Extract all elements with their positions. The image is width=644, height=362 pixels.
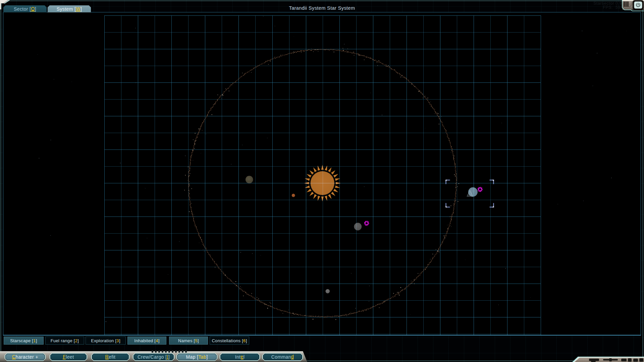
label-post: ]: [168, 354, 170, 360]
label-post: ]: [36, 338, 37, 343]
nav-button-intel[interactable]: Intel: [220, 353, 260, 361]
toggle-label: Fuel range [2]: [51, 338, 79, 343]
label-pre: Constellations [: [212, 338, 243, 343]
label-pre: Crew/Cargo [: [138, 354, 167, 360]
nav-button-refit[interactable]: Refit: [91, 353, 129, 361]
toggle-constellations[interactable]: Constellations [6]: [210, 337, 249, 345]
label-post: ]: [77, 338, 79, 343]
machinery-part: [628, 358, 632, 362]
shortcut-key: e: [241, 355, 244, 359]
nav-button-crew-cargo[interactable]: Crew/Cargo [I]: [133, 353, 174, 361]
tab-system[interactable]: System [W]: [48, 5, 91, 12]
toggle-fuel-range[interactable]: Fuel range [2]: [45, 337, 84, 345]
bottom-right-decoration: [572, 356, 644, 362]
bottom-nav-bar: Character +FleetRefitCrew/Cargo [I]Map […: [0, 350, 307, 362]
shortcut-key: Q: [31, 7, 35, 11]
app-version-fps: Starsector 0.9 FPS: 59.: [593, 1, 622, 9]
toggle-exploration[interactable]: Exploration [3]: [86, 337, 126, 345]
top-left-corner-decoration: [0, 0, 13, 11]
toggle-label: Inhabited [4]: [134, 338, 159, 343]
shortcut-key: W: [76, 7, 80, 11]
toggle-label: Exploration [3]: [91, 338, 120, 343]
planet-grey[interactable]: [354, 223, 362, 231]
label-post: ]: [198, 338, 199, 343]
system-map: [3, 12, 641, 335]
starfield: [37, 15, 627, 322]
map-title: Tarandii System Star System: [255, 5, 389, 11]
nav-teeth-decoration: [152, 350, 187, 353]
label-pre: Inhabited [: [134, 338, 156, 343]
nav-button-map[interactable]: Map [Tab]: [176, 353, 217, 361]
toggle-starscape[interactable]: Starscape [1]: [4, 337, 44, 345]
machinery-part: [633, 359, 638, 362]
planet-grey-small[interactable]: [326, 289, 330, 294]
toggle-label: Constellations [6]: [212, 338, 247, 343]
planet-rust[interactable]: [292, 194, 295, 197]
shortcut-key: Tab: [198, 354, 206, 360]
label-post: haracter +: [16, 354, 38, 360]
power-widget: [622, 0, 644, 11]
label-post: ]: [119, 338, 120, 343]
label-pre: Fuel range [: [51, 338, 75, 343]
toggle-inhabited[interactable]: Inhabited [4]: [127, 337, 166, 345]
label-post: ]: [206, 354, 208, 360]
nav-button-command[interactable]: Command: [262, 353, 303, 361]
label-post: ]: [158, 338, 160, 343]
system-map-viewport[interactable]: [3, 12, 641, 336]
machinery-part: [591, 360, 596, 362]
label-pre: Names [: [178, 338, 195, 343]
nav-button-fleet[interactable]: Fleet: [50, 353, 87, 361]
jump-point-1[interactable]: [477, 186, 483, 192]
shortcut-key: 3: [116, 338, 119, 343]
nav-button-label: Map [Tab]: [177, 354, 216, 360]
planets: [246, 176, 478, 294]
shortcut-key: C: [12, 355, 16, 359]
power-icon[interactable]: [633, 0, 644, 10]
nav-button-label: Refit: [92, 354, 128, 360]
label-pre: Starscape [: [10, 338, 33, 343]
nav-button-label: Intel: [221, 354, 259, 360]
label-post: ]: [80, 6, 82, 12]
shortcut-key: d: [291, 355, 294, 359]
nav-button-character[interactable]: Character +: [5, 353, 46, 361]
label-post: ]: [246, 338, 247, 343]
label-pre: Int: [235, 354, 241, 360]
shortcut-key: F: [63, 355, 66, 359]
toggle-names[interactable]: Names [5]: [169, 337, 208, 345]
jump-point-2[interactable]: [364, 220, 370, 226]
heatsink-fins: [623, 2, 629, 7]
shortcut-key: 6: [243, 338, 246, 343]
shortcut-key: 5: [195, 338, 198, 343]
app-fps: FPS: 59.: [593, 5, 622, 9]
nav-button-label: Fleet: [51, 354, 86, 360]
nav-button-label: Crew/Cargo [I]: [134, 354, 173, 360]
label-post: leet: [66, 354, 74, 360]
nav-button-label: Command: [263, 354, 302, 360]
label-post: l: [244, 354, 245, 360]
toggle-label: Names [5]: [178, 338, 199, 343]
shortcut-key: 1: [33, 338, 36, 343]
label-pre: Comman: [271, 354, 291, 360]
planet-olive[interactable]: [246, 176, 253, 184]
machinery-part: [621, 359, 627, 361]
label-pre: System [: [57, 6, 76, 12]
machinery-part: [609, 358, 612, 361]
machinery-part: [639, 358, 643, 362]
label-post: efit: [109, 354, 115, 360]
nav-button-label: Character +: [6, 354, 45, 360]
shortcut-key: 4: [156, 338, 158, 343]
toggle-label: Starscape [1]: [10, 338, 37, 343]
label-pre: Map [: [186, 354, 198, 360]
label-pre: Sector [: [14, 6, 31, 12]
label-post: ]: [35, 6, 36, 12]
label-pre: Exploration [: [91, 338, 116, 343]
shortcut-key: R: [105, 355, 109, 359]
